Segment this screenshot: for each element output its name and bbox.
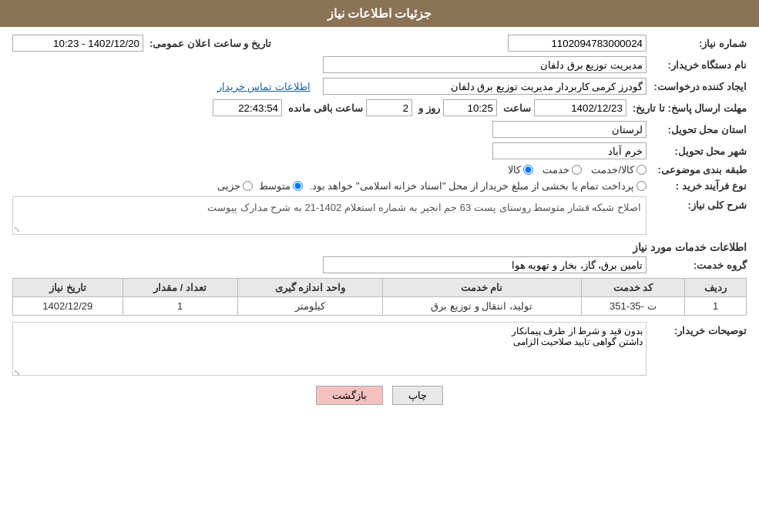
services-table: ردیف کد خدمت نام خدمت واحد اندازه گیری ت… — [12, 278, 747, 316]
category-option-kala-khedmat[interactable]: کالا/خدمت — [591, 164, 646, 176]
col-date: تاریخ نیاز — [13, 279, 123, 297]
resize-handle: ⤡ — [14, 225, 20, 233]
cell-quantity: 1 — [123, 297, 237, 316]
days-label: روز و — [415, 102, 440, 114]
buyer-desc-label: توصیحات خریدار: — [646, 322, 747, 336]
province-label: استان محل تحویل: — [646, 124, 747, 136]
need-number-label: شماره نیاز: — [646, 38, 747, 49]
col-quantity: تعداد / مقدار — [123, 279, 237, 297]
city-input[interactable] — [492, 142, 646, 159]
description-label: شرح کلی نیاز: — [646, 196, 747, 211]
description-box: اصلاح شبکه فشار متوسط روستای پست 63 جم ا… — [12, 196, 646, 235]
services-section-title: اطلاعات خدمات مورد نیاز — [12, 241, 747, 253]
category-radio-khedmat[interactable] — [572, 165, 582, 175]
buyer-org-input[interactable] — [323, 56, 646, 73]
service-group-label: گروه خدمت: — [646, 259, 747, 271]
remaining-label: ساعت باقی مانده — [285, 102, 363, 114]
buttons-row: چاپ بازگشت — [12, 386, 747, 405]
process-option-esnad[interactable]: پرداخت تمام یا بخشی از مبلغ خریدار از مح… — [309, 180, 646, 192]
category-radio-group: کالا/خدمت خدمت کالا — [508, 164, 646, 176]
process-esnad-label: پرداخت تمام یا بخشی از مبلغ خریدار از مح… — [309, 180, 634, 192]
page-title: جزئیات اطلاعات نیاز — [327, 7, 432, 20]
province-input[interactable] — [492, 121, 646, 138]
cell-date: 1402/12/29 — [13, 297, 123, 316]
creator-label: ایجاد کننده درخواست: — [646, 81, 747, 92]
process-option-motavasset[interactable]: متوسط — [259, 180, 303, 192]
send-deadline-date-input[interactable] — [534, 99, 626, 116]
cell-row: 1 — [685, 297, 747, 316]
back-button[interactable]: بازگشت — [316, 386, 383, 405]
table-row: 1 ت -35-351 تولید، انتقال و توزیع برق کی… — [13, 297, 747, 316]
col-name: نام خدمت — [382, 279, 581, 297]
category-radio-kala-khedmat[interactable] — [636, 165, 646, 175]
buyer-org-label: نام دستگاه خریدار: — [646, 59, 747, 71]
send-deadline-label: مهلت ارسال پاسخ: تا تاریخ: — [626, 102, 747, 114]
process-radio-group: پرداخت تمام یا بخشی از مبلغ خریدار از مح… — [217, 180, 646, 192]
service-group-input[interactable] — [323, 256, 646, 273]
announcement-label: تاریخ و ساعت اعلان عمومی: — [143, 38, 271, 49]
print-button[interactable]: چاپ — [392, 386, 443, 405]
creator-input[interactable] — [323, 78, 646, 95]
need-number-input[interactable] — [508, 35, 646, 52]
announcement-input[interactable] — [12, 35, 143, 52]
process-option-jozii[interactable]: جزیی — [217, 180, 253, 192]
buyer-desc-textarea[interactable]: بدون قید و شرط از طرف پیمانکار داشتن گوا… — [12, 322, 646, 376]
category-radio-kala[interactable] — [523, 165, 533, 175]
process-jozii-label: جزیی — [217, 180, 240, 192]
contact-link[interactable]: اطلاعات تماس خریدار — [217, 81, 311, 92]
page-header: جزئیات اطلاعات نیاز — [0, 0, 759, 27]
process-motavasset-label: متوسط — [259, 180, 291, 192]
col-unit: واحد اندازه گیری — [237, 279, 382, 297]
process-radio-motavasset[interactable] — [293, 181, 303, 191]
send-deadline-remaining-input[interactable] — [213, 99, 282, 116]
cell-name: تولید، انتقال و توزیع برق — [382, 297, 581, 316]
category-kala-khedmat-label: کالا/خدمت — [591, 164, 634, 176]
col-code: کد خدمت — [581, 279, 685, 297]
cell-unit: کیلومتر — [237, 297, 382, 316]
time-label: ساعت — [500, 102, 531, 114]
category-khedmat-label: خدمت — [542, 164, 569, 176]
process-radio-esnad[interactable] — [636, 181, 646, 191]
send-deadline-days-input[interactable] — [366, 99, 412, 116]
col-row: ردیف — [685, 279, 747, 297]
city-label: شهر محل تحویل: — [646, 146, 747, 157]
category-kala-label: کالا — [508, 164, 521, 176]
process-label: نوع فرآیند خرید : — [646, 180, 747, 192]
cell-code: ت -35-351 — [581, 297, 685, 316]
category-option-khedmat[interactable]: خدمت — [542, 164, 582, 176]
resize-handle-2: ⤡ — [14, 368, 20, 376]
send-deadline-time-input[interactable] — [443, 99, 497, 116]
category-option-kala[interactable]: کالا — [508, 164, 533, 176]
category-label: طبقه بندی موضوعی: — [646, 164, 747, 176]
process-radio-jozii[interactable] — [243, 181, 253, 191]
